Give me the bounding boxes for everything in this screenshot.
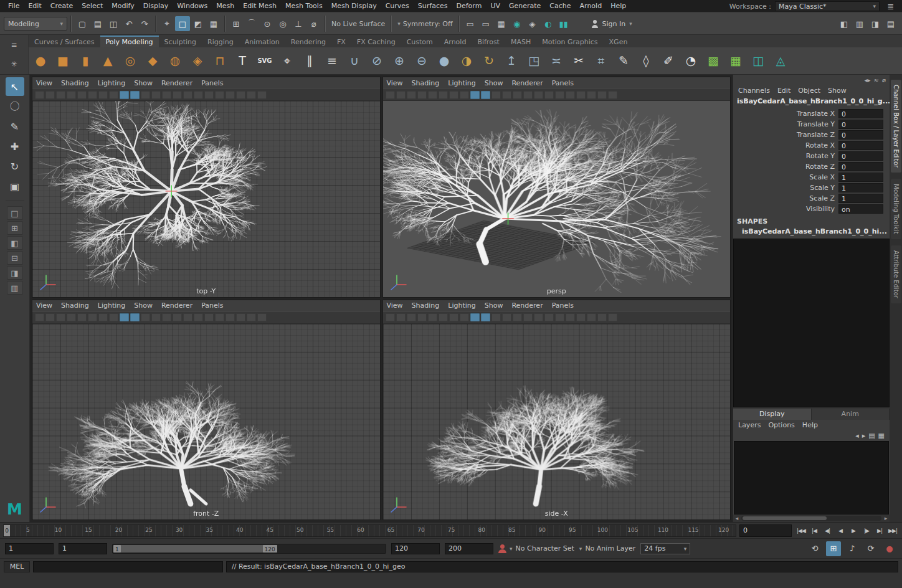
sign-in-button[interactable]: Sign In ▾ bbox=[587, 20, 636, 28]
svg-tool[interactable]: SVG bbox=[254, 50, 275, 71]
undo-icon[interactable]: ↶ bbox=[121, 16, 136, 31]
rotate-components[interactable]: ↻ bbox=[478, 50, 500, 71]
curve-pencil-tool[interactable]: ✐ bbox=[658, 50, 679, 71]
scrollbar-thumb[interactable] bbox=[743, 516, 827, 520]
select-hierarchy-icon[interactable]: ⌖ bbox=[159, 16, 174, 31]
tab-anim[interactable]: Anim bbox=[812, 409, 890, 420]
textured-icon[interactable] bbox=[130, 313, 140, 321]
symmetry-dropdown[interactable]: ▾ Symmetry: Off bbox=[395, 20, 455, 28]
speaker-icon[interactable]: ♪ bbox=[845, 541, 860, 556]
resolution-gate-icon[interactable] bbox=[257, 91, 267, 99]
shape-name[interactable]: isBayCedarA_base_hBranch1_0_0_hi... bbox=[733, 227, 890, 237]
layer-prev-icon[interactable]: ◂ bbox=[855, 432, 859, 440]
smooth[interactable]: ● bbox=[434, 50, 455, 71]
crease-set[interactable]: ◊ bbox=[635, 50, 657, 71]
channelbox-menu-edit[interactable]: Edit bbox=[777, 87, 790, 95]
viewport-menu-lighting[interactable]: Lighting bbox=[98, 79, 125, 87]
shadows-icon[interactable] bbox=[162, 313, 171, 321]
grease-pencil-icon[interactable] bbox=[98, 313, 108, 321]
poly-sphere[interactable]: ● bbox=[30, 50, 51, 71]
viewport-menu-panels[interactable]: Panels bbox=[201, 79, 223, 87]
uv-cut[interactable]: ◫ bbox=[748, 50, 769, 71]
target-weld-tool[interactable]: ⌖ bbox=[277, 50, 298, 71]
motion-blur-icon[interactable] bbox=[183, 313, 192, 321]
menu-modify[interactable]: Modify bbox=[107, 0, 138, 12]
layout-persp-graph[interactable]: ⊟ bbox=[7, 251, 23, 265]
snap-grid-icon[interactable]: ⊞ bbox=[229, 16, 244, 31]
use-default-material-icon[interactable] bbox=[491, 91, 501, 99]
viewport-menu-show[interactable]: Show bbox=[485, 79, 503, 87]
image-plane-icon[interactable] bbox=[77, 313, 87, 321]
channel-value-field[interactable]: 0 bbox=[838, 151, 883, 161]
select-camera-icon[interactable] bbox=[386, 91, 395, 99]
viewport-menu-view[interactable]: View bbox=[387, 301, 403, 310]
channel-value-field[interactable]: 0 bbox=[838, 141, 883, 150]
viewport-menu-view[interactable]: View bbox=[387, 79, 403, 87]
layer-menu-layers[interactable]: Layers bbox=[738, 421, 761, 429]
lock-camera-icon[interactable] bbox=[396, 313, 406, 321]
poly-disc[interactable]: ◍ bbox=[164, 50, 186, 71]
step-forward-key-button[interactable]: ▶| bbox=[873, 524, 886, 537]
menu-deform[interactable]: Deform bbox=[452, 0, 486, 12]
depth-of-field-icon[interactable] bbox=[204, 313, 214, 321]
layer-menu-options[interactable]: Options bbox=[768, 421, 794, 429]
textured-icon[interactable] bbox=[130, 91, 140, 99]
menu-generate[interactable]: Generate bbox=[505, 0, 545, 12]
step-forward-frame-button[interactable]: |▶ bbox=[860, 524, 873, 537]
viewport-menu-shading[interactable]: Shading bbox=[61, 79, 89, 87]
playback-start-field[interactable]: 1 bbox=[59, 543, 107, 554]
layout-uv-editor[interactable]: ▥ bbox=[7, 281, 23, 295]
isolate-select-icon[interactable] bbox=[215, 313, 224, 321]
boolean-union[interactable]: ⊕ bbox=[389, 50, 410, 71]
poly-plane[interactable]: ◆ bbox=[142, 50, 163, 71]
poly-cube[interactable]: ■ bbox=[52, 50, 74, 71]
viewport-menu-view[interactable]: View bbox=[36, 79, 52, 87]
play-backwards-button[interactable]: ◀ bbox=[834, 524, 847, 537]
image-plane-icon[interactable] bbox=[428, 91, 437, 99]
connect-tool[interactable]: ⌗ bbox=[591, 50, 612, 71]
channel-label[interactable]: Translate Z bbox=[733, 131, 838, 139]
render-settings-icon[interactable]: ◉ bbox=[510, 16, 525, 31]
sidebar-tab-attribute-editor[interactable]: Attribute Editor bbox=[891, 245, 901, 303]
shelf-tab-curves-surfaces[interactable]: Curves / Surfaces bbox=[29, 37, 100, 47]
shelf-tab-custom[interactable]: Custom bbox=[401, 37, 439, 47]
viewport-menu-renderer[interactable]: Renderer bbox=[511, 301, 543, 310]
image-plane-icon[interactable] bbox=[77, 91, 87, 99]
snap-view-plane-icon[interactable]: ⊥ bbox=[291, 16, 306, 31]
wireframe-icon[interactable] bbox=[460, 313, 469, 321]
channelbox-menu-object[interactable]: Object bbox=[798, 87, 820, 95]
range-slider-inner[interactable]: 1 120 bbox=[113, 545, 277, 552]
shelf-tab-arnold[interactable]: Arnold bbox=[439, 37, 472, 47]
separate[interactable]: ⊘ bbox=[366, 50, 387, 71]
poly-cylinder[interactable]: ▮ bbox=[75, 50, 96, 71]
save-scene-icon[interactable]: ◫ bbox=[106, 16, 121, 31]
shelf-menu-icon[interactable]: ≡ bbox=[9, 40, 20, 49]
time-slider[interactable]: 5101520253035404550556065707580859095100… bbox=[3, 524, 736, 537]
play-forwards-button[interactable]: ▶ bbox=[847, 524, 860, 537]
gamma-icon[interactable] bbox=[247, 313, 256, 321]
smooth-shade-icon[interactable] bbox=[470, 91, 480, 99]
pin-icon[interactable]: ⌀ bbox=[882, 77, 886, 83]
menu-display[interactable]: Display bbox=[139, 0, 173, 12]
lock-camera-icon[interactable] bbox=[396, 91, 406, 99]
scroll-left-icon[interactable]: ◂ bbox=[733, 515, 741, 521]
menu-edit[interactable]: Edit bbox=[24, 0, 45, 12]
lights-icon[interactable] bbox=[502, 91, 511, 99]
paint-select-tool[interactable]: ✎ bbox=[6, 117, 24, 136]
viewport-canvas-side[interactable] bbox=[383, 324, 731, 520]
viewport-menu-lighting[interactable]: Lighting bbox=[448, 79, 475, 87]
channel-label[interactable]: Rotate X bbox=[733, 141, 838, 149]
lock-camera-icon[interactable] bbox=[45, 313, 55, 321]
shadows-icon[interactable] bbox=[513, 91, 522, 99]
shelf-tab-rendering[interactable]: Rendering bbox=[285, 37, 331, 47]
exposure-icon[interactable] bbox=[587, 91, 596, 99]
new-empty-layer-icon[interactable]: ▤ bbox=[868, 432, 875, 440]
combine[interactable]: ∪ bbox=[344, 50, 365, 71]
select-tool[interactable]: ↖ bbox=[6, 77, 24, 96]
smooth-shade-icon[interactable] bbox=[120, 313, 129, 321]
lock-camera-icon[interactable] bbox=[45, 91, 55, 99]
camera-attributes-icon[interactable] bbox=[56, 91, 65, 99]
isolate-select-icon[interactable] bbox=[566, 313, 575, 321]
camera-attributes-icon[interactable] bbox=[56, 313, 65, 321]
viewport-canvas-front[interactable] bbox=[32, 324, 380, 520]
